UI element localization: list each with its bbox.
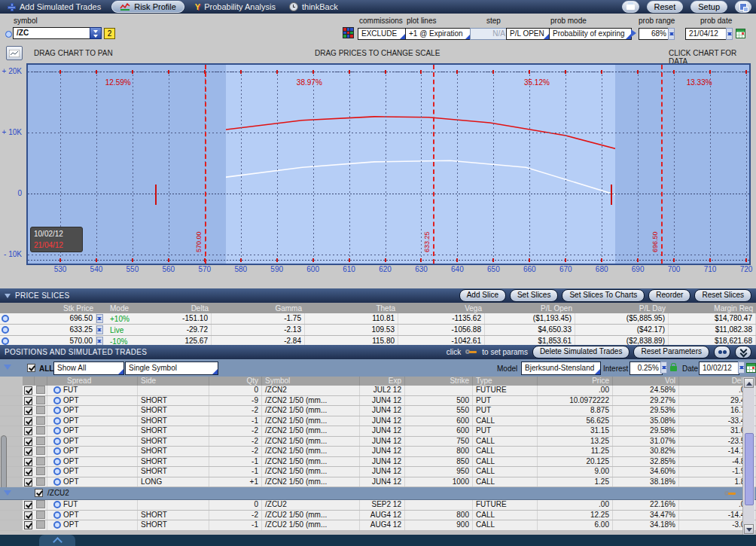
interest-spinner[interactable] [660, 361, 667, 374]
print-button[interactable] [622, 1, 639, 13]
delete-simulated-trades-button[interactable]: Delete Simulated Trades [532, 346, 630, 358]
plot-lines-dropdown[interactable]: +1 @ Expiration [405, 28, 471, 40]
row-color-box[interactable] [36, 467, 45, 475]
row-checkbox[interactable] [24, 478, 32, 487]
row-bullet-icon[interactable] [53, 458, 61, 465]
stk-price-spinner[interactable] [96, 314, 103, 323]
row-color-box[interactable] [36, 500, 45, 508]
row-bullet-icon[interactable] [53, 521, 61, 529]
risk-chart[interactable]: 12.59%38.97%35.12%13.33%570.00633.25696.… [26, 63, 751, 265]
row-bullet-icon[interactable] [53, 438, 61, 445]
row-bullet-icon[interactable] [53, 407, 61, 414]
setup-button[interactable]: Setup [690, 1, 727, 13]
collapse-price-slices-icon[interactable] [5, 294, 11, 301]
row-checkbox[interactable] [24, 468, 32, 476]
prob-date-input[interactable]: 21/04/12 [685, 28, 727, 40]
group-collapse-icon[interactable] [4, 365, 11, 374]
row-color-box[interactable] [36, 477, 45, 486]
row-color-box[interactable] [36, 426, 45, 435]
trade-date-calendar-icon[interactable] [746, 363, 756, 373]
scroll-down-button[interactable] [744, 524, 754, 534]
row-bullet-icon[interactable] [53, 468, 61, 475]
positions-scrollbar[interactable] [742, 377, 754, 535]
symbol-mode-dropdown[interactable]: Single Symbol [125, 361, 218, 375]
set-slices-to-charts-button[interactable]: Set Slices To Charts [562, 289, 645, 302]
scrollbar-thumb[interactable] [745, 433, 754, 505]
row-color-box[interactable] [36, 406, 45, 414]
model-dropdown[interactable]: Bjerksund-Stensland [521, 361, 601, 375]
pl-mode-dropdown[interactable]: P/L OPEN [506, 28, 550, 40]
row-checkbox[interactable] [24, 386, 32, 395]
row-checkbox[interactable] [24, 501, 32, 509]
stk-price-spinner[interactable] [96, 325, 103, 334]
set-params-wrench-icon[interactable] [724, 490, 736, 497]
slice-bullet-icon[interactable] [2, 315, 9, 322]
row-bullet-icon[interactable] [53, 478, 61, 486]
row-checkbox[interactable] [24, 458, 32, 466]
left-scroll-thumb[interactable] [1, 435, 7, 490]
row-checkbox[interactable] [24, 407, 32, 415]
prob-date-spinner[interactable] [726, 28, 733, 40]
all-checkbox[interactable] [27, 364, 35, 372]
cell-stk-price[interactable]: 696.50 [9, 313, 96, 324]
detach-button[interactable] [735, 1, 751, 13]
commissions-dropdown[interactable]: EXCLUDE [358, 28, 406, 40]
reset-button[interactable]: Reset [647, 1, 684, 13]
row-bullet-icon[interactable] [53, 511, 61, 519]
add-slice-button[interactable]: Add Slice [459, 289, 506, 302]
row-color-box[interactable] [36, 416, 45, 425]
slice-bullet-icon[interactable] [2, 326, 9, 334]
scroll-up-button[interactable] [744, 378, 754, 388]
symbol-dropdown-button[interactable] [90, 27, 102, 39]
row-bullet-icon[interactable] [53, 386, 61, 394]
commissions-grid-icon[interactable] [343, 27, 354, 38]
price-slice-line[interactable] [205, 65, 206, 264]
cell-stk-price[interactable]: 633.25 [9, 325, 96, 335]
row-bullet-icon[interactable] [53, 397, 61, 404]
row-bullet-icon[interactable] [53, 501, 61, 508]
prob-mode-dropdown[interactable]: Probability of expiring [549, 28, 632, 40]
trade-date-input[interactable]: 10/02/12 [699, 361, 739, 375]
panel-expand-tab[interactable] [39, 535, 75, 546]
row-color-box[interactable] [36, 437, 45, 445]
tab-thinkback[interactable]: thinkBack [286, 1, 341, 13]
trade-date-spinner[interactable] [738, 361, 745, 374]
row-checkbox[interactable] [24, 438, 32, 446]
row-color-box[interactable] [36, 511, 45, 519]
row-bullet-icon[interactable] [53, 427, 61, 435]
prob-range-spinner[interactable] [668, 28, 675, 40]
interest-lock-icon[interactable] [670, 366, 677, 371]
row-checkbox[interactable] [24, 511, 32, 520]
row-color-box[interactable] [36, 457, 45, 465]
tab-risk-profile[interactable]: Risk Profile [111, 1, 184, 13]
interest-input[interactable]: 0.25% [629, 361, 663, 375]
symbol-input[interactable]: /ZC [13, 27, 93, 39]
row-color-box[interactable] [36, 520, 45, 529]
row-color-box[interactable] [36, 396, 45, 404]
tab-add-simulated-trades[interactable]: Add Simulated Trades [5, 1, 104, 13]
row-checkbox[interactable] [24, 397, 32, 405]
group-checkbox[interactable] [35, 489, 43, 497]
row-checkbox[interactable] [24, 417, 32, 426]
price-slice-line[interactable] [661, 65, 663, 264]
chart-style-button[interactable] [6, 46, 23, 60]
reset-slices-button[interactable]: Reset Slices [694, 289, 751, 302]
collapse-all-button[interactable] [735, 346, 751, 358]
show-all-dropdown[interactable]: Show All [53, 361, 124, 375]
price-slice-line[interactable] [433, 65, 434, 264]
slice-bullet-icon[interactable] [2, 337, 9, 345]
prob-range-input[interactable]: 68% [639, 28, 670, 40]
prob-date-calendar-icon[interactable] [736, 29, 745, 38]
row-checkbox[interactable] [24, 427, 32, 435]
set-slices-button[interactable]: Set Slices [510, 289, 558, 302]
row-bullet-icon[interactable] [53, 417, 61, 425]
symbol-count-badge[interactable]: 2 [104, 28, 115, 39]
row-color-box[interactable] [36, 447, 45, 455]
reorder-button[interactable]: Reorder [648, 289, 690, 302]
row-color-box[interactable] [36, 386, 45, 394]
reset-parameters-button[interactable]: Reset Parameters [633, 346, 709, 358]
position-group-row[interactable]: /ZCU2 [0, 487, 756, 500]
row-checkbox[interactable] [24, 447, 32, 456]
group-collapse-icon[interactable] [4, 490, 11, 499]
row-bullet-icon[interactable] [53, 447, 61, 455]
